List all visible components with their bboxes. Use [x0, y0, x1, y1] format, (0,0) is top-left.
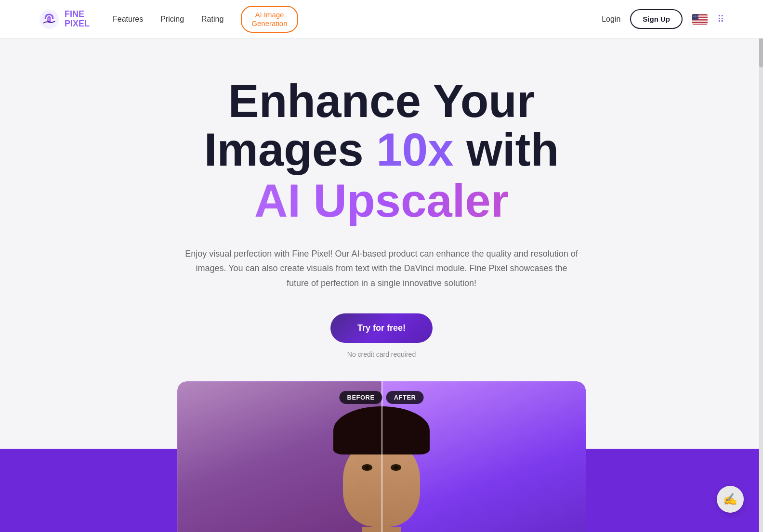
logo[interactable]: FINE PIXEL	[39, 9, 90, 30]
chat-widget[interactable]: ✍️	[717, 486, 744, 513]
nav-right: Login Sign Up ★ ★ ★ ★ ★ ★ ★ ★ ★ ★ ★ ★ ★ …	[602, 9, 724, 29]
preview-container: BEFORE AFTER	[177, 381, 586, 532]
after-label: AFTER	[386, 391, 424, 404]
chat-icon: ✍️	[723, 493, 737, 506]
nav-rating[interactable]: Rating	[201, 15, 224, 24]
signup-button[interactable]: Sign Up	[630, 9, 683, 29]
hero-description: Enjoy visual perfection with Fine Pixel!…	[184, 247, 579, 291]
language-flag[interactable]: ★ ★ ★ ★ ★ ★ ★ ★ ★ ★ ★ ★ ★ ★ ★ ★ ★	[692, 14, 708, 25]
before-after-image: BEFORE AFTER	[177, 381, 586, 532]
hero-section: Enhance Your Images 10x with AI Upscaler…	[0, 39, 763, 358]
before-label: BEFORE	[339, 391, 382, 404]
login-button[interactable]: Login	[602, 15, 620, 24]
preview-section: BEFORE AFTER	[0, 381, 763, 532]
before-after-labels: BEFORE AFTER	[339, 391, 423, 404]
navbar: FINE PIXEL Features Pricing Rating AI Im…	[0, 0, 763, 39]
nav-ai-image[interactable]: AI ImageGeneration	[241, 6, 298, 33]
svg-rect-6	[692, 19, 708, 20]
logo-icon	[39, 9, 60, 30]
svg-point-1	[47, 17, 51, 21]
svg-rect-7	[692, 21, 708, 22]
nav-links: Features Pricing Rating AI ImageGenerati…	[113, 6, 298, 33]
hero-title: Enhance Your Images 10x with AI Upscaler	[19, 77, 744, 227]
logo-text: FINE PIXEL	[65, 10, 90, 29]
nav-left: FINE PIXEL Features Pricing Rating AI Im…	[39, 6, 298, 33]
more-options-icon[interactable]: ⠿	[717, 13, 724, 25]
cta-area: Try for free! No credit card required	[19, 313, 744, 358]
nav-features[interactable]: Features	[113, 15, 143, 24]
scrollbar[interactable]	[759, 0, 763, 532]
nav-pricing[interactable]: Pricing	[160, 15, 184, 24]
try-free-button[interactable]: Try for free!	[330, 313, 433, 343]
svg-rect-8	[692, 23, 708, 24]
no-credit-text: No credit card required	[19, 350, 744, 358]
